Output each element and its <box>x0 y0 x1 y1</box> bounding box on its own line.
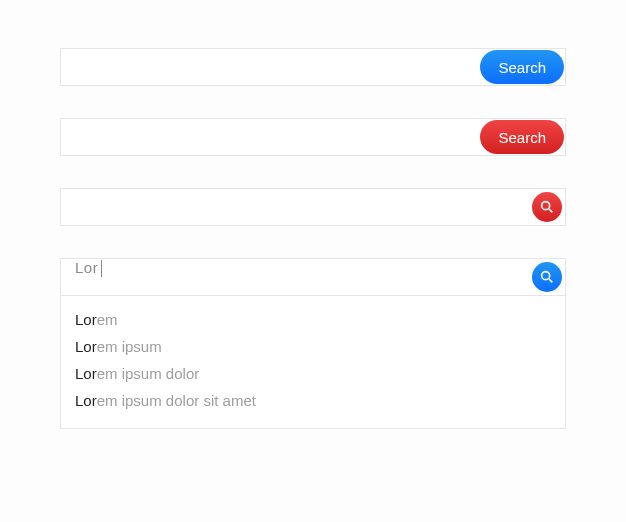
suggestion-rest: em <box>97 311 118 328</box>
search-input-value: Lor <box>75 259 98 276</box>
search-input[interactable] <box>60 188 566 226</box>
search-bar-red-pill: Search <box>60 118 566 156</box>
suggestion-rest: em ipsum dolor sit amet <box>97 392 256 409</box>
search-button[interactable] <box>532 192 562 222</box>
suggestion-match: Lor <box>75 311 97 328</box>
search-button[interactable]: Search <box>480 50 564 84</box>
suggestion-match: Lor <box>75 338 97 355</box>
search-input[interactable]: Lor <box>60 258 566 296</box>
suggestion-item[interactable]: Lorem ipsum dolor <box>61 360 565 387</box>
suggestion-match: Lor <box>75 392 97 409</box>
search-icon <box>539 199 555 215</box>
suggestions-dropdown: LoremLorem ipsumLorem ipsum dolorLorem i… <box>60 296 566 429</box>
suggestion-match: Lor <box>75 365 97 382</box>
search-bar-blue-pill: Search <box>60 48 566 86</box>
suggestion-item[interactable]: Lorem <box>61 306 565 333</box>
suggestion-item[interactable]: Lorem ipsum <box>61 333 565 360</box>
suggestion-rest: em ipsum dolor <box>97 365 200 382</box>
svg-point-2 <box>542 272 550 280</box>
search-icon <box>539 269 555 285</box>
suggestion-rest: em ipsum <box>97 338 162 355</box>
text-cursor <box>101 260 102 277</box>
svg-point-0 <box>542 202 550 210</box>
svg-line-3 <box>549 279 552 282</box>
svg-line-1 <box>549 209 552 212</box>
search-bar-with-suggestions: Lor LoremLorem ipsumLorem ipsum dolorLor… <box>60 258 566 429</box>
search-bar-red-icon <box>60 188 566 226</box>
search-button[interactable] <box>532 262 562 292</box>
search-button[interactable]: Search <box>480 120 564 154</box>
suggestion-item[interactable]: Lorem ipsum dolor sit amet <box>61 387 565 414</box>
